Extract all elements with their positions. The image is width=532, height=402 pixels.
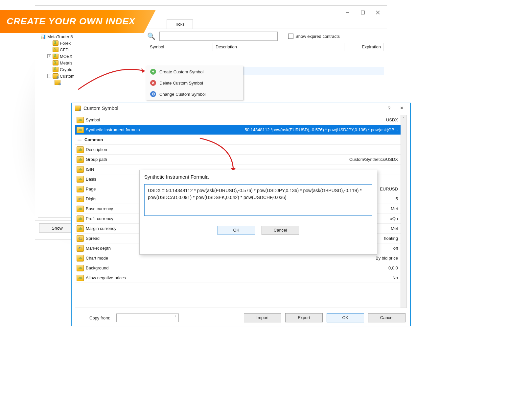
- text-field-icon: ab: [77, 146, 84, 153]
- text-field-icon: ab: [77, 166, 84, 173]
- text-field-icon: ab: [77, 215, 84, 222]
- tree-item-cfd[interactable]: CFD: [40, 46, 142, 53]
- copy-from-label: Copy from:: [89, 315, 110, 320]
- text-field-icon: ab: [77, 156, 84, 163]
- property-label: Description: [85, 147, 207, 152]
- folder-icon: [53, 60, 58, 65]
- checkbox-label: Show expired contracts: [295, 34, 340, 39]
- menu-create-symbol[interactable]: + Create Custom Symbol: [146, 66, 243, 77]
- folder-icon: [53, 67, 58, 72]
- text-field-icon: ab: [77, 206, 84, 212]
- property-row[interactable]: —Common: [75, 135, 406, 145]
- tree-item-moex[interactable]: +MOEX: [40, 53, 142, 60]
- menu-label: Create Custom Symbol: [159, 69, 203, 74]
- ok-button[interactable]: OK: [218, 226, 255, 235]
- property-label: Group path: [85, 157, 207, 162]
- export-button[interactable]: Export: [285, 313, 323, 322]
- col-description[interactable]: Description: [213, 43, 344, 51]
- property-label: Allow negative prices: [85, 275, 207, 280]
- minimize-button[interactable]: [340, 7, 355, 18]
- gear-icon: ⚙: [150, 91, 156, 97]
- close-button[interactable]: ✕: [396, 106, 407, 111]
- property-label: Background: [85, 265, 207, 270]
- tree-label: Forex: [60, 41, 71, 46]
- tree-label: Custom: [60, 74, 75, 79]
- dialog-title: Custom Symbol: [83, 105, 382, 111]
- context-menu: + Create Custom Symbol ✕ Delete Custom S…: [146, 66, 243, 100]
- copy-from-select[interactable]: [116, 314, 179, 322]
- text-field-icon: ab: [77, 186, 84, 192]
- custom-folder-icon: [55, 80, 60, 85]
- col-symbol[interactable]: Symbol: [147, 43, 213, 51]
- menu-delete-symbol[interactable]: ✕ Delete Custom Symbol: [146, 77, 243, 88]
- text-field-icon: ab: [77, 275, 84, 281]
- delete-icon: ✕: [150, 80, 156, 86]
- ok-button[interactable]: OK: [327, 313, 364, 322]
- menu-label: Delete Custom Symbol: [159, 81, 203, 86]
- expand-icon[interactable]: +: [47, 54, 51, 58]
- text-field-icon: ab: [77, 176, 84, 183]
- property-value: Custom\Synthetics\USDX: [207, 157, 406, 162]
- tree-item-custom-child[interactable]: [40, 79, 142, 86]
- show-button[interactable]: Show: [39, 223, 75, 233]
- checkbox-icon[interactable]: [288, 34, 293, 39]
- number-field-icon: 01: [77, 235, 84, 242]
- number-field-icon: 01: [77, 245, 84, 252]
- scroll-up-icon[interactable]: ˄: [401, 115, 406, 121]
- collapse-icon: —: [77, 137, 82, 143]
- property-value: 0,0,0: [207, 265, 406, 270]
- property-label: Symbol: [85, 117, 207, 122]
- tree-item-custom[interactable]: −Custom: [40, 73, 142, 79]
- tree-root[interactable]: 📊 MetaTrader 5: [40, 33, 142, 40]
- show-expired-checkbox[interactable]: Show expired contracts: [288, 34, 340, 39]
- binoculars-icon: 🔍: [147, 32, 155, 40]
- property-value: USDX: [207, 117, 406, 122]
- tree-label: CFD: [60, 47, 69, 52]
- mt5-icon: 📊: [40, 34, 46, 39]
- symbol-table-header: Symbol Description Expiration: [147, 43, 384, 51]
- property-row[interactable]: abSynthetic instrument formula50.1434811…: [75, 125, 406, 135]
- dialog-footer: Copy from: Import Export OK Cancel: [72, 310, 410, 326]
- tree-item-metals[interactable]: Metals: [40, 60, 142, 66]
- property-row[interactable]: abBackground0,0,0: [75, 263, 406, 273]
- property-value: 50.14348112 *pow(ask(EURUSD),-0.576) * p…: [207, 127, 406, 132]
- col-expiration[interactable]: Expiration: [344, 43, 384, 51]
- folder-icon: [53, 40, 58, 46]
- cancel-button[interactable]: Cancel: [262, 226, 299, 235]
- custom-folder-icon: [53, 73, 58, 79]
- tree-item-forex[interactable]: Forex: [40, 40, 142, 46]
- help-button[interactable]: ?: [384, 105, 394, 111]
- tree-label: Metals: [60, 61, 72, 65]
- property-label: Chart mode: [85, 256, 207, 261]
- property-label: Synthetic instrument formula: [85, 127, 207, 132]
- banner-text: CREATE YOUR OWN INDEX: [7, 16, 135, 27]
- property-row[interactable]: abDescription: [75, 145, 406, 155]
- menu-label: Change Custom Symbol: [159, 92, 206, 97]
- dialog-titlebar: Custom Symbol ? ✕: [72, 103, 410, 113]
- property-row[interactable]: abSymbolUSDX: [75, 115, 406, 125]
- plus-icon: +: [150, 69, 156, 75]
- collapse-icon[interactable]: −: [47, 74, 51, 78]
- tab-ticks[interactable]: Ticks: [167, 19, 193, 29]
- text-field-icon: ab: [77, 265, 84, 271]
- import-button[interactable]: Import: [244, 313, 281, 322]
- cancel-button[interactable]: Cancel: [368, 313, 405, 322]
- text-field-icon: ab: [77, 117, 84, 123]
- scrollbar[interactable]: ˄: [401, 115, 406, 308]
- tree-label: MOEX: [60, 54, 72, 59]
- text-field-icon: ab: [77, 255, 84, 262]
- formula-input[interactable]: USDX = 50.14348112 * pow(ask(EURUSD),-0.…: [144, 184, 372, 216]
- property-row[interactable]: abGroup pathCustom\Synthetics\USDX: [75, 155, 406, 164]
- tree-label: Crypto: [60, 67, 72, 72]
- property-row[interactable]: abChart modeBy bid price: [75, 253, 406, 263]
- property-value: No: [207, 275, 406, 280]
- text-field-icon: ab: [77, 225, 84, 232]
- number-field-icon: 01: [77, 196, 84, 202]
- property-row[interactable]: abAllow negative pricesNo: [75, 273, 406, 283]
- menu-change-symbol[interactable]: ⚙ Change Custom Symbol: [146, 88, 243, 100]
- tree-item-crypto[interactable]: Crypto: [40, 66, 142, 73]
- symbol-search-input[interactable]: [159, 32, 278, 41]
- close-button[interactable]: [370, 7, 385, 18]
- maximize-button[interactable]: [355, 7, 370, 18]
- svg-rect-1: [361, 11, 364, 14]
